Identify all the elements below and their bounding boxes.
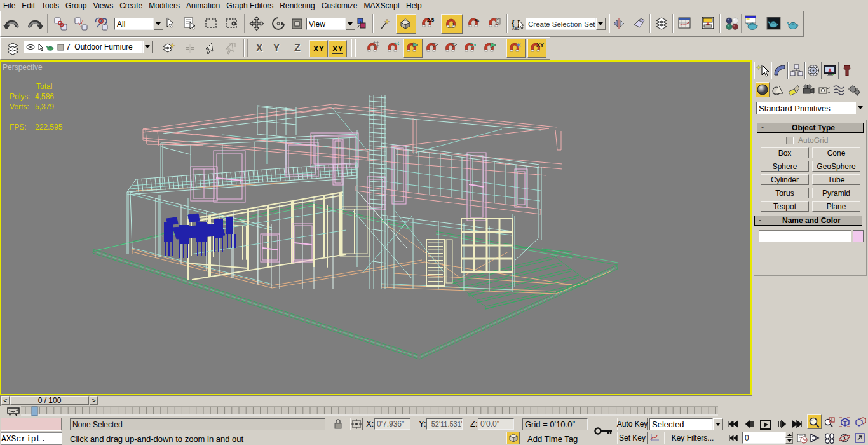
svg-text:%: %	[475, 18, 479, 24]
svg-text:XY: XY	[536, 42, 544, 48]
svg-text:2.5: 2.5	[427, 17, 435, 23]
svg-text:ABC: ABC	[512, 27, 519, 31]
